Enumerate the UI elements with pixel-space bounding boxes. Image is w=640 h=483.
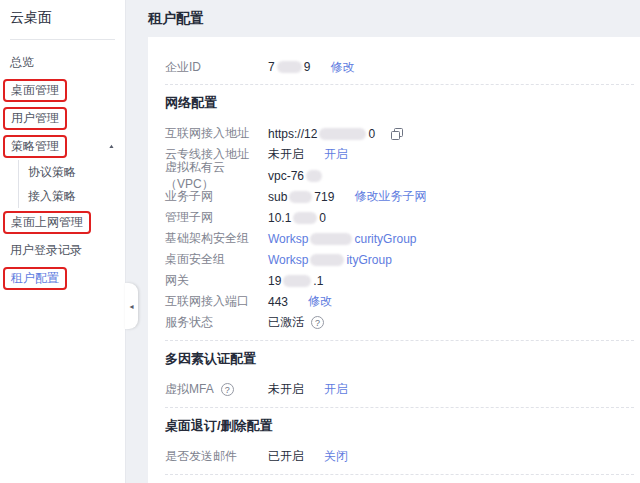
row-business-subnet: 业务子网 sub 719 修改业务子网 [165,186,634,207]
sidebar-item-label: 总览 [10,54,34,71]
row-vpc: 虚拟私有云（VPC） vpc-76 [165,165,634,186]
redacted-value [277,61,302,73]
sidebar-item-label: 用户管理 [11,111,59,125]
network-section-title: 网络配置 [165,94,634,112]
field-label: 服务状态 [165,314,268,331]
field-value: 未开启 [268,381,304,398]
sidebar-submenu: 协议策略 接入策略 [18,160,125,208]
annotation-box: 桌面管理 [3,79,67,102]
value-text: curityGroup [354,232,416,246]
question-mark: ? [225,385,230,395]
enterprise-id-label: 企业ID [165,59,268,76]
section-divider [165,84,634,85]
row-infrastructure-security-group: 基础架构安全组 Worksp curityGroup [165,228,634,249]
value-text: ityGroup [346,253,391,267]
redacted-value [283,275,311,287]
field-value: https://12 0 [268,127,375,141]
disable-email-link[interactable]: 关闭 [324,448,348,465]
field-value: 19 .1 [268,274,323,288]
help-icon[interactable]: ? [221,383,234,396]
row-internet-port: 互联网接入端口 443 修改 [165,291,634,312]
redacted-value [293,212,317,224]
sidebar-item-desktop-management[interactable]: 桌面管理 [0,76,125,104]
section-divider [165,474,634,475]
help-icon[interactable]: ? [311,316,324,329]
edit-port-link[interactable]: 修改 [308,293,332,310]
section-divider [165,407,634,408]
sidebar-nav: 总览 桌面管理 用户管理 策略管理 ▲ 协议策略 接入策略 桌面上网管理 用户登… [0,48,125,292]
value-text: https://12 [268,127,317,141]
row-management-subnet: 管理子网 10.1 0 [165,207,634,228]
field-label: 桌面安全组 [165,251,268,268]
redacted-value [310,254,344,266]
sidebar-item-label: 接入策略 [28,188,76,205]
sidebar-item-access-policy[interactable]: 接入策略 [18,184,125,208]
row-enterprise-id: 企业ID 7 9 修改 [165,57,634,77]
field-value: 已开启 [268,448,304,465]
value-text: 719 [314,190,334,204]
field-label: 管理子网 [165,209,268,226]
sidebar-item-label: 策略管理 [11,139,59,153]
value-text: 10.1 [268,211,291,225]
main-area: 租户配置 企业ID 7 9 修改 网络配置 互联网接入地址 https://12… [126,0,640,483]
row-desktop-security-group: 桌面安全组 Worksp ityGroup [165,249,634,270]
sidebar-collapse-handle[interactable]: ◂ [125,283,138,329]
row-internet-address: 互联网接入地址 https://12 0 [165,123,634,144]
unsubscribe-section-title: 桌面退订/删除配置 [165,417,634,435]
page-title: 租户配置 [148,10,204,28]
sidebar-item-user-management[interactable]: 用户管理 [0,104,125,132]
field-label: 互联网接入地址 [165,125,268,142]
value-text: .1 [313,274,323,288]
field-label: 虚拟MFA ? [165,381,268,398]
annotation-box: 租户配置 [3,267,67,290]
copy-icon[interactable] [391,128,403,140]
tenant-config-card: 企业ID 7 9 修改 网络配置 互联网接入地址 https://12 0 [148,37,640,483]
annotation-box: 用户管理 [3,107,67,130]
value-text: Worksp [268,232,308,246]
sidebar-item-overview[interactable]: 总览 [0,48,125,76]
value-text: Worksp [268,253,308,267]
label-text: 虚拟MFA [165,381,214,398]
edit-enterprise-id-link[interactable]: 修改 [330,59,354,76]
sidebar-item-user-login-records[interactable]: 用户登录记录 [0,236,125,264]
security-group-link[interactable]: Worksp curityGroup [268,232,416,246]
edit-business-subnet-link[interactable]: 修改业务子网 [354,188,426,205]
collapse-arrow-icon: ◂ [129,302,133,311]
field-label: 基础架构安全组 [165,230,268,247]
row-send-email: 是否发送邮件 已开启 关闭 [165,446,634,467]
field-value: vpc-76 [268,169,324,183]
page-header: 租户配置 [126,0,640,37]
field-label: 是否发送邮件 [165,448,268,465]
field-value: 10.1 0 [268,211,326,225]
field-value: 443 [268,295,288,309]
enable-mfa-link[interactable]: 开启 [324,381,348,398]
security-group-link[interactable]: Worksp ityGroup [268,253,392,267]
sidebar-item-protocol-policy[interactable]: 协议策略 [18,160,125,184]
sidebar-item-tenant-config[interactable]: 租户配置 [0,264,125,292]
redacted-value [306,170,322,182]
value-text: 19 [268,274,281,288]
field-label: 业务子网 [165,188,268,205]
value-text: vpc-76 [268,169,304,183]
sidebar-item-label: 桌面上网管理 [11,215,83,229]
value-text: sub [268,190,287,204]
sidebar-item-label: 协议策略 [28,164,76,181]
enable-dedicated-line-link[interactable]: 开启 [324,146,348,163]
row-service-status: 服务状态 已激活 ? [165,312,634,333]
sidebar-item-label: 桌面管理 [11,83,59,97]
sidebar-item-desktop-internet-management[interactable]: 桌面上网管理 [0,208,125,236]
field-value: sub 719 [268,190,334,204]
sidebar-divider [10,39,115,40]
redacted-value [319,128,366,140]
row-gateway: 网关 19 .1 [165,270,634,291]
sidebar-item-label: 用户登录记录 [10,242,82,259]
app-title: 云桌面 [0,0,125,27]
mfa-section-title: 多因素认证配置 [165,350,634,368]
sidebar: 云桌面 总览 桌面管理 用户管理 策略管理 ▲ 协议策略 接入策略 桌面上网管理 [0,0,126,483]
sidebar-item-policy-management[interactable]: 策略管理 ▲ [0,132,125,160]
field-label: 互联网接入端口 [165,293,268,310]
collapse-menu-arrow-icon[interactable]: ▲ [108,143,115,149]
section-divider [165,340,634,341]
field-label: 网关 [165,272,268,289]
question-mark: ? [315,318,320,328]
